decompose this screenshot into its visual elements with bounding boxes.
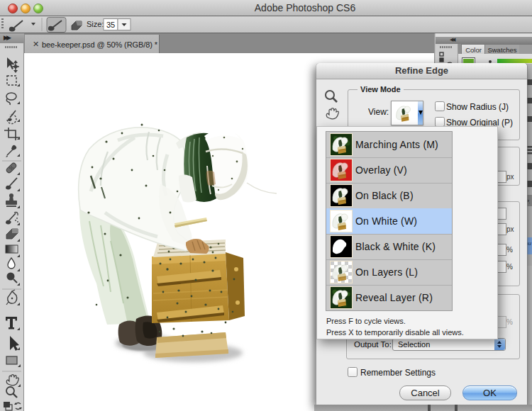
- svg-text:Size:: Size:: [87, 20, 104, 28]
- svg-text:35: 35: [106, 21, 115, 29]
